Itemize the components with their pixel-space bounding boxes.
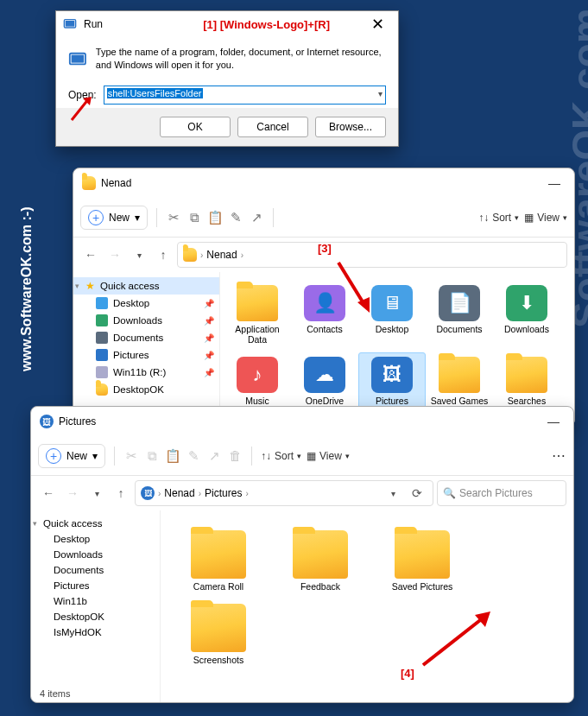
pin-icon: 📌 <box>204 316 214 326</box>
up-button[interactable]: ↑ <box>153 244 174 265</box>
open-combobox[interactable]: shell:UsersFilesFolder ▾ <box>104 86 386 105</box>
pin-icon: 📌 <box>204 333 214 343</box>
annotation-1: [1] [Windows-Logo]+[R] <box>203 18 330 31</box>
cut-icon[interactable]: ✂ <box>123 448 139 464</box>
folder-downloads[interactable]: ⬇Downloads <box>493 281 560 352</box>
sort-button[interactable]: ↑↓ Sort ▾ <box>261 450 301 462</box>
chevron-right-icon: › <box>241 250 243 260</box>
content-area: Camera Roll Feedback Saved Pictures Scre… <box>161 510 573 702</box>
sidebar-item-documents[interactable]: Documents📌 <box>73 329 219 346</box>
up-button[interactable]: ↑ <box>111 483 131 504</box>
more-icon[interactable]: ⋯ <box>552 447 566 464</box>
sidebar-item-win11b[interactable]: Win11b (R:)📌 <box>73 364 219 381</box>
sort-button[interactable]: ↑↓ Sort ▾ <box>478 212 519 224</box>
breadcrumb[interactable]: 🖼 › Nenad › Pictures › ▾ ⟳ <box>135 480 433 506</box>
run-dialog: Run [1] [Windows-Logo]+[R] ✕ Type the na… <box>55 10 399 147</box>
sidebar-item-win11b[interactable]: Win11b <box>31 593 160 609</box>
watermark-text: www.SoftwareOK.com :-) <box>19 206 35 371</box>
folder-camera-roll[interactable]: Camera Roll <box>168 526 269 599</box>
ok-button[interactable]: OK <box>160 117 231 137</box>
new-label: New <box>109 212 130 224</box>
folder-onedrive[interactable]: ☁OneDrive <box>291 352 358 414</box>
folder-feedback[interactable]: Feedback <box>269 526 371 599</box>
copy-icon[interactable]: ⧉ <box>187 210 202 225</box>
chevron-down-icon[interactable]: ▾ <box>129 244 149 265</box>
chevron-down-icon[interactable]: ▾ <box>383 483 403 504</box>
back-button[interactable]: ← <box>38 483 59 504</box>
new-button[interactable]: + New ▾ <box>80 206 148 230</box>
chevron-right-icon: › <box>158 489 161 498</box>
explorer-nenad: Nenad — + New ▾ ✂ ⧉ 📋 ✎ ↗ ↑↓ Sort ▾ ▦ Vi… <box>73 168 575 427</box>
forward-button[interactable]: → <box>62 483 83 504</box>
sidebar: ▾★Quick access Desktop📌 Downloads📌 Docum… <box>73 272 220 426</box>
sidebar-item-pictures[interactable]: Pictures <box>31 578 160 593</box>
minimize-icon[interactable]: — <box>542 415 565 428</box>
share-icon[interactable]: ↗ <box>206 448 222 464</box>
close-icon[interactable]: ✕ <box>364 15 391 34</box>
chevron-right-icon: › <box>199 489 201 498</box>
plus-icon: + <box>46 448 61 464</box>
view-button[interactable]: ▦ View ▾ <box>524 212 567 224</box>
svg-rect-1 <box>66 21 75 27</box>
sidebar-item-desktopok[interactable]: DesktopOK <box>31 609 160 624</box>
folder-music[interactable]: ♪Music <box>224 352 291 414</box>
content-area: Application Data 👤Contacts 🖥Desktop 📄Doc… <box>220 272 574 426</box>
sidebar-item-ismyhdok[interactable]: IsMyHdOK <box>31 624 160 640</box>
folder-screenshots[interactable]: Screenshots <box>168 599 269 673</box>
pin-icon: 📌 <box>204 351 214 360</box>
paste-icon[interactable]: 📋 <box>207 210 223 225</box>
chevron-down-icon[interactable]: ▾ <box>86 483 107 504</box>
rename-icon[interactable]: ✎ <box>228 210 243 225</box>
folder-searches[interactable]: Searches <box>493 352 560 414</box>
refresh-icon[interactable]: ⟳ <box>407 483 427 504</box>
run-description: Type the name of a program, folder, docu… <box>96 46 386 73</box>
folder-saved-pictures[interactable]: Saved Pictures <box>371 526 473 599</box>
run-body-icon <box>68 46 87 73</box>
sidebar-item-quick-access[interactable]: ▾★Quick access <box>73 277 219 295</box>
crumb-nenad[interactable]: Nenad <box>164 487 194 499</box>
annotation-3: [3] <box>318 242 332 255</box>
search-icon: 🔍 <box>443 487 456 499</box>
chevron-down-icon[interactable]: ▾ <box>378 89 383 98</box>
forward-button[interactable]: → <box>104 244 125 265</box>
back-button[interactable]: ← <box>80 244 101 265</box>
separator <box>251 447 252 466</box>
search-input[interactable]: 🔍 Search Pictures <box>437 480 566 506</box>
selected-text: shell:UsersFilesFolder <box>107 88 203 98</box>
delete-icon[interactable]: 🗑 <box>227 448 243 464</box>
folder-application-data[interactable]: Application Data <box>224 281 291 352</box>
window-title: Nenad <box>101 177 543 189</box>
new-label: New <box>66 450 87 462</box>
sidebar-item-pictures[interactable]: Pictures📌 <box>73 346 219 364</box>
sidebar-item-documents[interactable]: Documents <box>31 562 160 578</box>
folder-saved-games[interactable]: Saved Games <box>426 352 493 414</box>
onedrive-icon: ☁ <box>304 357 345 393</box>
crumb-pictures[interactable]: Pictures <box>205 487 242 499</box>
sidebar-item-downloads[interactable]: Downloads <box>31 547 160 562</box>
new-button[interactable]: + New ▾ <box>38 444 105 468</box>
paste-icon[interactable]: 📋 <box>165 448 180 464</box>
copy-icon[interactable]: ⧉ <box>144 448 160 464</box>
documents-icon: 📄 <box>439 285 480 321</box>
crumb-nenad[interactable]: Nenad <box>206 249 237 261</box>
sidebar-item-downloads[interactable]: Downloads📌 <box>73 312 219 329</box>
sidebar-item-desktopok[interactable]: DesktopOK <box>73 381 219 398</box>
sidebar-item-desktop[interactable]: Desktop📌 <box>73 295 219 312</box>
sidebar-item-desktop[interactable]: Desktop <box>31 531 160 547</box>
minimize-icon[interactable]: — <box>543 176 566 190</box>
pin-icon: 📌 <box>204 368 214 377</box>
arrow-4 <box>414 605 501 674</box>
chevron-right-icon: › <box>245 489 248 498</box>
cut-icon[interactable]: ✂ <box>166 210 181 225</box>
folder-pictures[interactable]: 🖼Pictures <box>358 352 426 414</box>
arrow-3 <box>332 256 383 325</box>
plus-icon: + <box>88 210 104 225</box>
view-button[interactable]: ▦ View ▾ <box>307 450 350 462</box>
browse-button[interactable]: Browse... <box>315 117 386 137</box>
folder-documents[interactable]: 📄Documents <box>426 281 493 352</box>
arrow-2 <box>67 90 102 124</box>
cancel-button[interactable]: Cancel <box>237 117 308 137</box>
share-icon[interactable]: ↗ <box>249 210 264 225</box>
rename-icon[interactable]: ✎ <box>186 448 201 464</box>
sidebar-item-quick-access[interactable]: ▾Quick access <box>31 516 160 531</box>
